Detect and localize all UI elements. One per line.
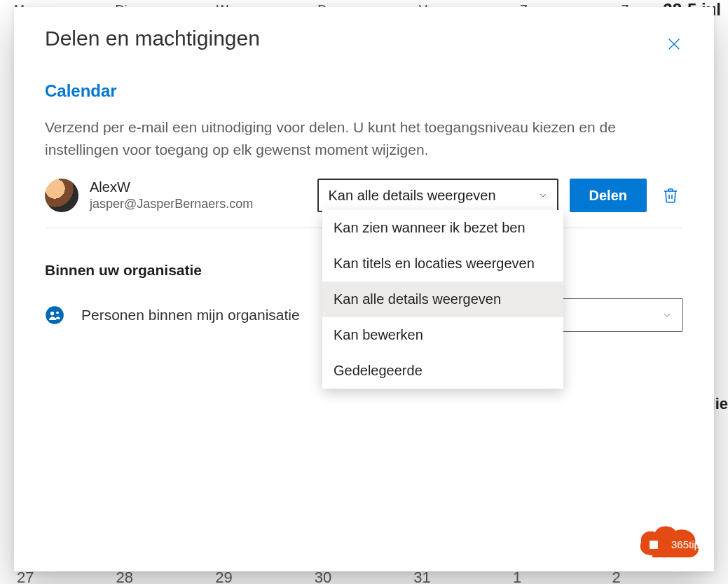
calendar-link[interactable]: Calendar <box>45 81 683 101</box>
badge-text: 365tips <box>671 538 701 550</box>
share-button[interactable]: Delen <box>570 179 647 212</box>
permission-option[interactable]: Kan titels en locaties weergeven <box>322 246 563 281</box>
avatar <box>45 179 78 212</box>
user-name: AlexW <box>90 179 306 195</box>
permission-option[interactable]: Kan bewerken <box>322 317 563 353</box>
org-label: Personen binnen mijn organisatie <box>81 307 300 324</box>
share-permissions-dialog: Delen en machtigingen Calendar Verzend p… <box>14 7 714 571</box>
dialog-description: Verzend per e-mail een uitnodiging voor … <box>45 116 633 160</box>
365tips-badge: 365tips <box>637 524 701 564</box>
delete-button[interactable] <box>658 183 683 208</box>
svg-point-3 <box>50 312 54 315</box>
svg-rect-5 <box>650 541 658 549</box>
permission-select[interactable]: Kan alle details weergeven <box>317 179 558 212</box>
svg-point-2 <box>46 306 64 324</box>
close-button[interactable] <box>665 35 683 53</box>
user-email: jasper@JasperBernaers.com <box>90 197 306 211</box>
permission-option[interactable]: Kan alle details weergeven <box>322 281 563 317</box>
permission-select-value: Kan alle details weergeven <box>329 188 496 204</box>
permission-option[interactable]: Gedelegeerde <box>322 353 563 389</box>
organization-icon <box>45 305 64 325</box>
chevron-down-icon <box>661 310 673 321</box>
permission-option[interactable]: Kan zien wanneer ik bezet ben <box>322 210 563 246</box>
svg-point-4 <box>56 312 59 314</box>
close-icon <box>666 36 682 52</box>
trash-icon <box>662 187 679 204</box>
permission-dropdown[interactable]: Kan zien wanneer ik bezet benKan titels … <box>322 210 563 389</box>
chevron-down-icon <box>537 190 549 201</box>
dialog-title: Delen en machtigingen <box>45 27 683 50</box>
